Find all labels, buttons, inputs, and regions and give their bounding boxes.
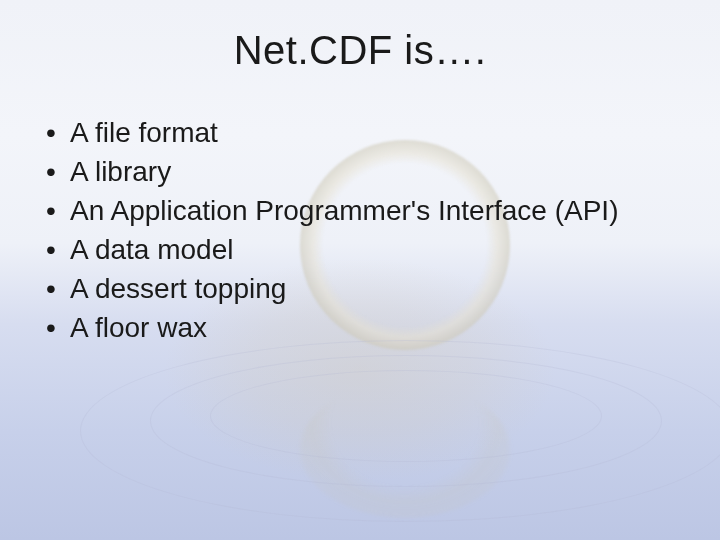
list-item: A library	[42, 154, 680, 189]
list-item: A floor wax	[42, 310, 680, 345]
list-item: A file format	[42, 115, 680, 150]
list-item: A data model	[42, 232, 680, 267]
slide: Net.CDF is…. A file format A library An …	[0, 0, 720, 540]
slide-title: Net.CDF is….	[0, 28, 720, 73]
list-item: A dessert topping	[42, 271, 680, 306]
bullet-list: A file format A library An Application P…	[42, 115, 680, 345]
slide-body: A file format A library An Application P…	[42, 115, 680, 349]
ripple	[80, 340, 720, 522]
list-item: An Application Programmer's Interface (A…	[42, 193, 680, 228]
